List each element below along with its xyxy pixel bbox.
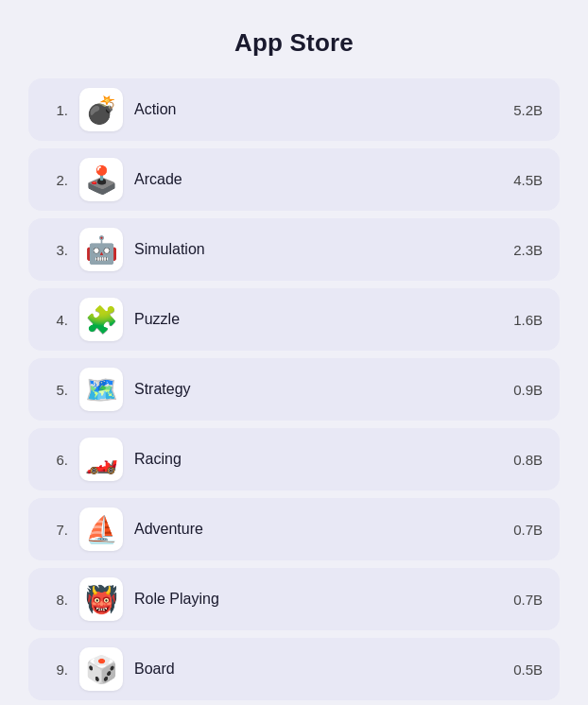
rank-number: 2. [42,172,68,188]
category-icon: 🏎️ [79,438,123,481]
list-item[interactable]: 4.🧩Puzzle1.6B [28,288,560,351]
category-name: Action [134,101,502,118]
category-name: Racing [134,451,502,468]
category-icon: 👹 [79,577,123,621]
category-name: Role Playing [134,591,502,608]
category-name: Puzzle [134,311,502,328]
list-item[interactable]: 2.🕹️Arcade4.5B [28,148,560,211]
category-value: 1.6B [513,312,543,328]
rank-number: 8. [42,592,68,608]
category-name: Simulation [134,241,502,258]
category-value: 4.5B [513,172,543,188]
list-item[interactable]: 3.🤖Simulation2.3B [28,218,560,281]
rank-number: 9. [42,662,68,678]
category-value: 0.7B [513,522,543,538]
category-name: Arcade [134,171,502,188]
category-value: 5.2B [513,102,543,118]
rank-number: 3. [42,242,68,258]
category-icon: 🤖 [79,228,123,271]
category-value: 0.9B [513,382,543,398]
category-icon: ⛵ [79,507,123,551]
category-icon: 🗺️ [79,368,123,411]
list-item[interactable]: 8.👹Role Playing0.7B [28,568,560,630]
page-title: App Store [234,28,354,58]
category-icon: 🎲 [79,647,123,691]
rank-number: 5. [42,382,68,398]
category-value: 2.3B [513,242,543,258]
list-item[interactable]: 5.🗺️Strategy0.9B [28,358,560,421]
rank-number: 7. [42,522,68,538]
list-item[interactable]: 7.⛵Adventure0.7B [28,498,560,560]
category-value: 0.5B [513,662,543,678]
list-item[interactable]: 9.🎲Board0.5B [28,638,560,700]
category-name: Board [134,661,502,678]
list-item[interactable]: 6.🏎️Racing0.8B [28,428,560,490]
rank-number: 1. [42,102,68,118]
list-item[interactable]: 1.💣Action5.2B [28,78,560,141]
category-icon: 🕹️ [79,158,123,201]
category-value: 0.7B [513,592,543,608]
category-icon: 🧩 [79,298,123,341]
category-list: 1.💣Action5.2B2.🕹️Arcade4.5B3.🤖Simulation… [28,78,560,705]
rank-number: 4. [42,312,68,328]
category-name: Strategy [134,381,502,398]
category-name: Adventure [134,521,502,538]
category-icon: 💣 [79,88,123,131]
rank-number: 6. [42,452,68,468]
category-value: 0.8B [513,452,543,468]
